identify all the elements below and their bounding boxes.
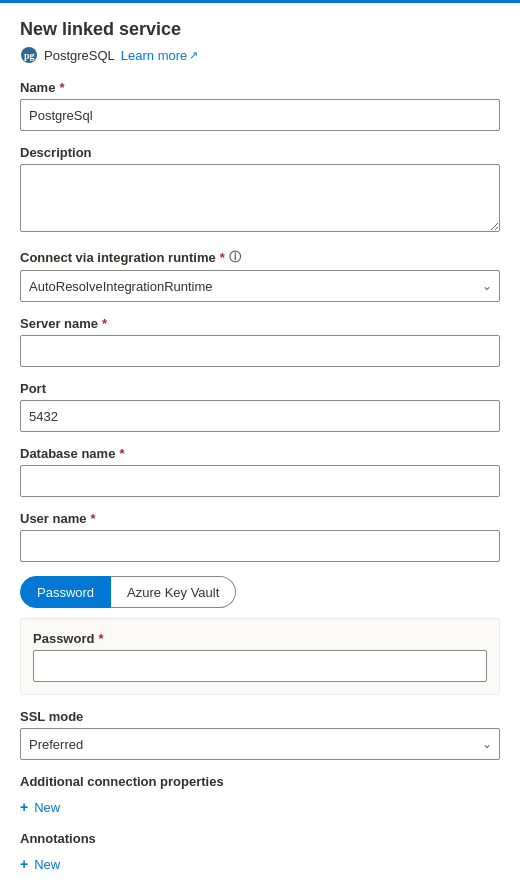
server-name-group: Server name * bbox=[20, 316, 500, 367]
database-name-label: Database name * bbox=[20, 446, 500, 461]
ssl-mode-select[interactable]: Preferred Disable Allow Require VerifyCA… bbox=[20, 728, 500, 760]
port-group: Port bbox=[20, 381, 500, 432]
password-toggle-btn[interactable]: Password bbox=[20, 576, 111, 608]
page-title: New linked service bbox=[20, 19, 500, 40]
name-label: Name * bbox=[20, 80, 500, 95]
connect-runtime-label: Connect via integration runtime * ⓘ bbox=[20, 249, 500, 266]
annotations-title: Annotations bbox=[20, 831, 500, 846]
panel: New linked service pg PostgreSQL Learn m… bbox=[0, 3, 520, 887]
auth-toggle-group: Password Azure Key Vault bbox=[20, 576, 500, 608]
database-name-required: * bbox=[119, 446, 124, 461]
azure-key-vault-toggle-btn[interactable]: Azure Key Vault bbox=[111, 576, 236, 608]
name-required: * bbox=[59, 80, 64, 95]
add-connection-property-button[interactable]: + New bbox=[20, 795, 60, 819]
ssl-mode-label: SSL mode bbox=[20, 709, 500, 724]
user-name-label: User name * bbox=[20, 511, 500, 526]
description-label: Description bbox=[20, 145, 500, 160]
annotations-section: Annotations + New bbox=[20, 831, 500, 876]
additional-connection-section: Additional connection properties + New bbox=[20, 774, 500, 819]
connect-runtime-required: * bbox=[220, 250, 225, 265]
service-name: PostgreSQL bbox=[44, 48, 115, 63]
connect-runtime-select[interactable]: AutoResolveIntegrationRuntime bbox=[20, 270, 500, 302]
add-annotation-button[interactable]: + New bbox=[20, 852, 60, 876]
postgresql-icon: pg bbox=[20, 46, 38, 64]
description-input[interactable] bbox=[20, 164, 500, 232]
ssl-mode-group: SSL mode Preferred Disable Allow Require… bbox=[20, 709, 500, 760]
user-name-required: * bbox=[90, 511, 95, 526]
connect-runtime-select-wrapper: AutoResolveIntegrationRuntime ⌄ bbox=[20, 270, 500, 302]
add-annotation-plus-icon: + bbox=[20, 856, 28, 872]
connect-runtime-info-icon[interactable]: ⓘ bbox=[229, 249, 241, 266]
svg-text:pg: pg bbox=[24, 50, 35, 61]
database-name-group: Database name * bbox=[20, 446, 500, 497]
port-input[interactable] bbox=[20, 400, 500, 432]
password-section: Password * bbox=[20, 618, 500, 695]
password-input[interactable] bbox=[33, 650, 487, 682]
user-name-input[interactable] bbox=[20, 530, 500, 562]
server-name-label: Server name * bbox=[20, 316, 500, 331]
server-name-required: * bbox=[102, 316, 107, 331]
password-label: Password * bbox=[33, 631, 487, 646]
add-connection-plus-icon: + bbox=[20, 799, 28, 815]
description-group: Description bbox=[20, 145, 500, 235]
password-required: * bbox=[98, 631, 103, 646]
server-name-input[interactable] bbox=[20, 335, 500, 367]
connect-runtime-group: Connect via integration runtime * ⓘ Auto… bbox=[20, 249, 500, 302]
port-label: Port bbox=[20, 381, 500, 396]
database-name-input[interactable] bbox=[20, 465, 500, 497]
user-name-group: User name * bbox=[20, 511, 500, 562]
password-group: Password * bbox=[33, 631, 487, 682]
name-input[interactable] bbox=[20, 99, 500, 131]
ssl-mode-select-wrapper: Preferred Disable Allow Require VerifyCA… bbox=[20, 728, 500, 760]
service-header: pg PostgreSQL Learn more ↗ bbox=[20, 46, 500, 64]
name-group: Name * bbox=[20, 80, 500, 131]
external-link-icon: ↗ bbox=[189, 49, 198, 62]
learn-more-link[interactable]: Learn more ↗ bbox=[121, 48, 198, 63]
additional-connection-title: Additional connection properties bbox=[20, 774, 500, 789]
